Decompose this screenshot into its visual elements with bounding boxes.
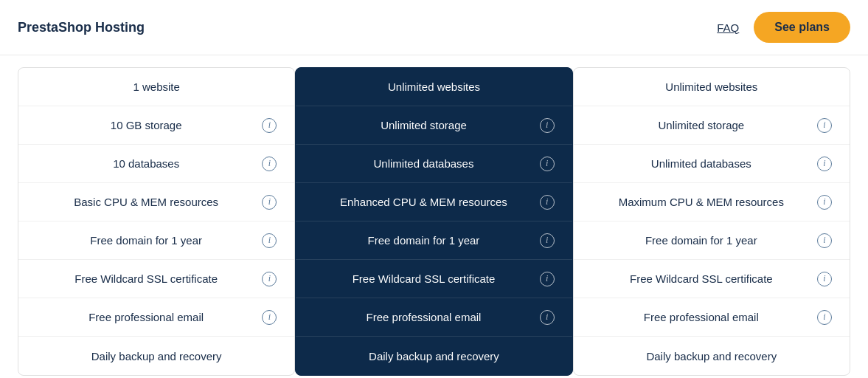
info-icon-domain[interactable]: i	[262, 233, 277, 248]
feature-label-domain: Free domain for 1 year	[591, 234, 811, 247]
feature-label-cpu: Maximum CPU & MEM resources	[591, 196, 811, 208]
feature-label-backup: Daily backup and recovery	[36, 350, 277, 362]
feature-row-ssl: Free Wildcard SSL certificatei	[18, 260, 294, 298]
info-icon-cpu[interactable]: i	[540, 195, 555, 210]
feature-row-domain: Free domain for 1 yeari	[18, 221, 294, 260]
info-icon-ssl[interactable]: i	[540, 272, 555, 286]
feature-label-cpu: Enhanced CPU & MEM resources	[313, 196, 533, 208]
feature-row-ssl: Free Wildcard SSL certificatei	[296, 260, 572, 298]
info-icon-databases[interactable]: i	[540, 157, 555, 171]
feature-label-databases: Unlimited databases	[313, 157, 533, 170]
feature-label-storage: Unlimited storage	[591, 119, 811, 131]
feature-label-websites: Unlimited websites	[591, 80, 832, 93]
feature-row-websites: Unlimited websites	[296, 68, 572, 106]
feature-label-databases: Unlimited databases	[591, 157, 811, 170]
info-icon-cpu[interactable]: i	[262, 195, 277, 210]
feature-row-databases: 10 databasesi	[18, 145, 294, 183]
feature-label-email: Free professional email	[36, 311, 256, 323]
feature-label-email: Free professional email	[591, 311, 811, 323]
info-icon-databases[interactable]: i	[817, 157, 832, 171]
plan-card-performance: Unlimited websitesUnlimited storageiUnli…	[573, 67, 850, 376]
info-icon-domain[interactable]: i	[540, 233, 555, 248]
feature-row-websites: Unlimited websites	[574, 68, 850, 106]
feature-label-backup: Daily backup and recovery	[591, 350, 832, 362]
info-icon-ssl[interactable]: i	[262, 272, 277, 286]
plans-container: 1 website10 GB storagei10 databasesiBasi…	[0, 55, 868, 378]
info-icon-storage[interactable]: i	[262, 118, 277, 133]
feature-row-databases: Unlimited databasesi	[574, 145, 850, 183]
info-icon-domain[interactable]: i	[817, 233, 832, 248]
feature-row-email: Free professional emaili	[574, 298, 850, 337]
feature-row-email: Free professional emaili	[18, 298, 294, 337]
feature-row-domain: Free domain for 1 yeari	[574, 221, 850, 260]
feature-label-ssl: Free Wildcard SSL certificate	[36, 272, 256, 285]
info-icon-ssl[interactable]: i	[817, 272, 832, 286]
feature-label-storage: Unlimited storage	[313, 119, 533, 131]
logo: PrestaShop Hosting	[18, 20, 145, 35]
header-actions: FAQ See plans	[717, 12, 850, 43]
see-plans-button[interactable]: See plans	[754, 12, 850, 43]
plan-card-basic: 1 website10 GB storagei10 databasesiBasi…	[18, 67, 295, 376]
feature-row-backup: Daily backup and recovery	[18, 337, 294, 375]
feature-row-storage: Unlimited storagei	[574, 106, 850, 145]
info-icon-email[interactable]: i	[262, 310, 277, 325]
feature-label-ssl: Free Wildcard SSL certificate	[313, 272, 533, 285]
feature-label-domain: Free domain for 1 year	[36, 234, 256, 247]
feature-label-databases: 10 databases	[36, 157, 256, 170]
feature-row-ssl: Free Wildcard SSL certificatei	[574, 260, 850, 298]
feature-row-databases: Unlimited databasesi	[296, 145, 572, 183]
feature-row-backup: Daily backup and recovery	[574, 337, 850, 375]
feature-label-cpu: Basic CPU & MEM resources	[36, 196, 256, 208]
feature-label-ssl: Free Wildcard SSL certificate	[591, 272, 811, 285]
feature-row-domain: Free domain for 1 yeari	[296, 221, 572, 260]
feature-row-storage: 10 GB storagei	[18, 106, 294, 145]
feature-row-cpu: Maximum CPU & MEM resourcesi	[574, 183, 850, 221]
info-icon-databases[interactable]: i	[262, 157, 277, 171]
page-header: PrestaShop Hosting FAQ See plans	[0, 0, 868, 55]
info-icon-cpu[interactable]: i	[817, 195, 832, 210]
feature-label-websites: Unlimited websites	[313, 80, 554, 93]
feature-row-storage: Unlimited storagei	[296, 106, 572, 145]
info-icon-email[interactable]: i	[817, 310, 832, 325]
feature-label-email: Free professional email	[313, 311, 533, 323]
info-icon-email[interactable]: i	[540, 310, 555, 325]
feature-label-websites: 1 website	[36, 80, 277, 93]
feature-row-websites: 1 website	[18, 68, 294, 106]
feature-label-backup: Daily backup and recovery	[313, 350, 554, 362]
feature-row-backup: Daily backup and recovery	[296, 337, 572, 375]
info-icon-storage[interactable]: i	[540, 118, 555, 133]
info-icon-storage[interactable]: i	[817, 118, 832, 133]
feature-row-email: Free professional emaili	[296, 298, 572, 337]
feature-row-cpu: Basic CPU & MEM resourcesi	[18, 183, 294, 221]
feature-label-storage: 10 GB storage	[36, 119, 256, 131]
plan-card-professional: Unlimited websitesUnlimited storageiUnli…	[295, 67, 572, 376]
feature-label-domain: Free domain for 1 year	[313, 234, 533, 247]
faq-link[interactable]: FAQ	[717, 21, 739, 34]
feature-row-cpu: Enhanced CPU & MEM resourcesi	[296, 183, 572, 221]
